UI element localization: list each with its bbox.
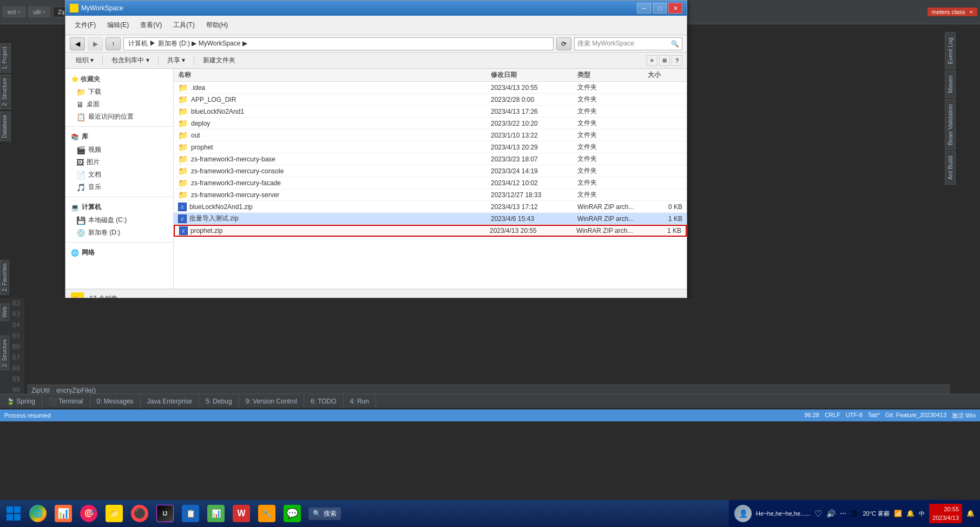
menu-file[interactable]: 文件(F)	[70, 18, 101, 32]
new-folder-button[interactable]: 新建文件夹	[197, 54, 241, 67]
taskbar-app-3[interactable]: 🎯	[77, 502, 101, 525]
taskbar-app-7[interactable]: 📊	[204, 502, 228, 525]
taskbar-app-5[interactable]: ⚫	[128, 502, 152, 525]
file-type-cell: 文件夹	[573, 119, 643, 128]
file-row[interactable]: 📁APP_LOG_DIR2023/2/28 0:00文件夹	[174, 94, 687, 106]
file-row[interactable]: Zprophet.zip2023/4/13 20:55WinRAR ZIP ar…	[174, 225, 687, 237]
favorites-label[interactable]: 2: Favorites	[0, 260, 9, 295]
sidebar-item-d-drive[interactable]: 💿 新加卷 (D:)	[65, 226, 173, 239]
close-button[interactable]: ✕	[668, 3, 682, 14]
file-row[interactable]: 📁zs-framework3-mercury-facade2023/4/12 1…	[174, 177, 687, 189]
up-button[interactable]: ↑	[106, 37, 121, 50]
minimize-button[interactable]: ─	[637, 3, 651, 14]
col-header-size[interactable]: 大小	[643, 70, 687, 80]
col-header-name[interactable]: 名称	[174, 70, 486, 80]
meters-class-tab[interactable]: meters class ×	[928, 8, 977, 16]
taskbar-app-6[interactable]: 📋	[179, 502, 202, 525]
close-icon[interactable]: ×	[17, 9, 21, 15]
organize-button[interactable]: 组织 ▾	[70, 54, 100, 67]
col-header-date[interactable]: 修改日期	[486, 70, 573, 80]
start-button[interactable]	[3, 503, 24, 524]
bean-validation-label[interactable]: Bean Validation	[945, 99, 956, 150]
taskbar-app-wechat[interactable]: 💬	[280, 502, 304, 525]
tab-close-icon[interactable]: ×	[970, 9, 973, 15]
web-label[interactable]: Web	[0, 303, 9, 321]
maven-label[interactable]: Maven	[945, 70, 956, 98]
sidebar-item-desktop[interactable]: 🖥 桌面	[65, 98, 173, 110]
taskbar-app-2[interactable]: 📊	[51, 502, 75, 525]
maximize-button[interactable]: □	[653, 3, 667, 14]
ide-tab-ent[interactable]: ent ×	[3, 6, 25, 17]
tray-arrow-icon[interactable]: ⋯	[840, 510, 846, 517]
tab-todo[interactable]: 6: TODO	[304, 394, 344, 408]
structure-label[interactable]: 2: Structure	[0, 336, 9, 370]
menu-view[interactable]: 查看(V)	[135, 18, 167, 32]
tab-spring[interactable]: 🍃 Spring	[0, 394, 42, 408]
tab-terminal[interactable]: ⬛ Terminal	[42, 394, 90, 408]
file-row[interactable]: Z批量导入测试.zip2023/4/6 15:43WinRAR ZIP arch…	[174, 213, 687, 225]
col-header-type[interactable]: 类型	[573, 70, 643, 80]
event-log-label[interactable]: Event Log	[945, 32, 956, 69]
close-icon[interactable]: ×	[42, 9, 45, 15]
tab-java-enterprise[interactable]: Java Enterprise	[141, 394, 199, 408]
tab-debug[interactable]: 5: Debug	[199, 394, 239, 408]
file-row[interactable]: 📁.idea2023/4/13 20:55文件夹	[174, 82, 687, 94]
refresh-button[interactable]: ⟳	[556, 37, 571, 50]
tray-heart-icon[interactable]: ♡	[814, 509, 822, 519]
tray-music[interactable]: He~he,he~he,he......	[756, 510, 810, 517]
file-row[interactable]: ZblueLockNo2And1.zip2023/4/13 17:12WinRA…	[174, 201, 687, 213]
tray-volume-icon[interactable]: 🔊	[826, 509, 836, 518]
sidebar-item-music[interactable]: 🎵 音乐	[65, 181, 173, 193]
tray-network-icon[interactable]: 📶	[894, 510, 902, 517]
sidebar-item-pictures[interactable]: 🖼 图片	[65, 156, 173, 168]
address-path[interactable]: 计算机 ▶ 新加卷 (D:) ▶ MyWorkSpace ▶	[123, 37, 554, 50]
share-button[interactable]: 共享 ▾	[161, 54, 191, 67]
sidebar-item-documents[interactable]: 📄 文档	[65, 168, 173, 181]
file-row[interactable]: 📁zs-framework3-mercury-server2023/12/27 …	[174, 189, 687, 201]
include-lib-button[interactable]: 包含到库中 ▾	[106, 54, 155, 67]
forward-button[interactable]: ▶	[88, 37, 103, 50]
svg-rect-0	[6, 506, 13, 513]
menu-help[interactable]: 帮助(H)	[201, 18, 233, 32]
tray-sound-icon[interactable]: 🔔	[906, 510, 915, 517]
label-2-structure[interactable]: 2: Structure	[0, 75, 11, 109]
ant-build-label[interactable]: Ant Build	[945, 151, 956, 185]
back-button[interactable]: ◀	[70, 37, 85, 50]
file-row[interactable]: 📁blueLockNo2And12023/4/13 17:26文件夹	[174, 106, 687, 118]
view-tiles-button[interactable]: ⊞	[659, 55, 670, 66]
tray-lang[interactable]: 中	[919, 510, 925, 518]
taskbar-search[interactable]: 🔍 搜索	[308, 508, 341, 520]
taskbar-app-browser[interactable]: 🌐	[26, 502, 50, 525]
search-box[interactable]: 搜索 MyWorkSpace 🔍	[574, 37, 682, 50]
file-row[interactable]: 📁deploy2023/3/22 10:20文件夹	[174, 118, 687, 129]
tab-run[interactable]: 4: Run	[344, 394, 376, 408]
taskbar-app-4[interactable]: 📁	[102, 502, 126, 525]
tray-clock[interactable]: 20:55 2023/4/13	[929, 504, 962, 523]
file-row[interactable]: 📁prophet2023/4/13 20:29文件夹	[174, 141, 687, 153]
tray-notification-icon[interactable]: 🔔	[966, 510, 975, 517]
sidebar-item-download[interactable]: 📁 下载	[65, 86, 173, 98]
taskbar-app-8[interactable]: 🔧	[255, 502, 279, 525]
avatar[interactable]: 👤	[734, 505, 752, 522]
file-row[interactable]: 📁zs-framework3-mercury-console2023/3/24 …	[174, 165, 687, 177]
label-1-project[interactable]: 1: Project	[0, 43, 11, 73]
taskbar-app-w[interactable]: W	[229, 502, 253, 525]
file-row[interactable]: 📁zs-framework3-mercury-base2023/3/23 18:…	[174, 153, 687, 165]
menu-tools[interactable]: 工具(T)	[168, 18, 199, 32]
file-row[interactable]: 📁out2023/1/10 13:22文件夹	[174, 129, 687, 141]
menu-toolbar: 文件(F) 编辑(E) 查看(V) 工具(T) 帮助(H)	[65, 16, 687, 35]
line-number: 84	[0, 320, 24, 330]
tab-messages[interactable]: 0: Messages	[90, 394, 141, 408]
label-database[interactable]: Database	[0, 112, 11, 141]
ide-tab-util[interactable]: util ×	[28, 6, 50, 17]
time-display: 20:55	[932, 505, 959, 513]
tab-version-control[interactable]: 9: Version Control	[239, 394, 304, 408]
tray-weather-icon[interactable]: 🌫	[851, 509, 858, 518]
sidebar-item-c-drive[interactable]: 💾 本地磁盘 (C:)	[65, 214, 173, 226]
view-details-button[interactable]: ≡	[647, 55, 657, 66]
sidebar-item-video[interactable]: 🎬 视频	[65, 144, 173, 156]
help-button[interactable]: ?	[672, 55, 682, 66]
sidebar-item-recent[interactable]: 📋 最近访问的位置	[65, 110, 173, 123]
menu-edit[interactable]: 编辑(E)	[102, 18, 134, 32]
taskbar-app-intellij[interactable]: IJ	[153, 502, 177, 525]
